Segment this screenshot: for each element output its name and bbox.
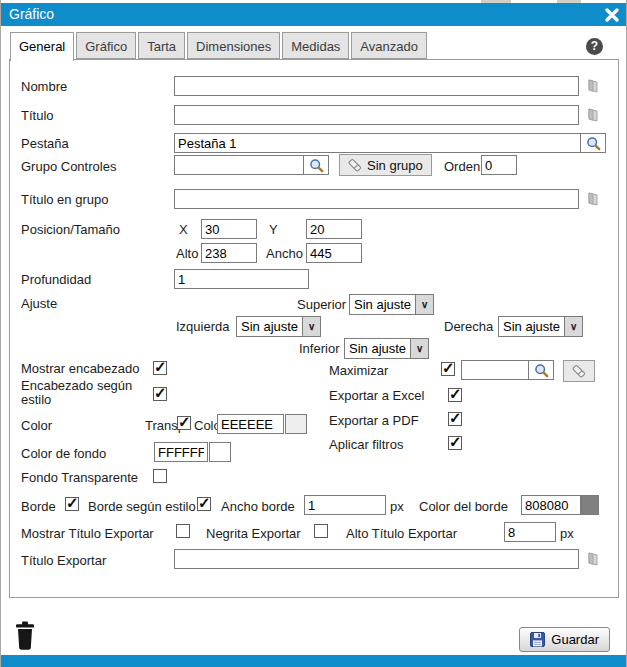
maximizar-clear-button[interactable]: [563, 360, 595, 382]
ancho-input[interactable]: [306, 243, 362, 263]
negrita-exportar-checkbox[interactable]: [314, 524, 328, 538]
color-fondo-input[interactable]: [154, 442, 208, 462]
mostrar-encabezado-checkbox[interactable]: [153, 361, 167, 375]
alto-titulo-exportar-input[interactable]: [504, 522, 556, 542]
ancho-borde-input[interactable]: [304, 495, 386, 515]
encabezado-estilo-label: Encabezado según estilo: [21, 379, 139, 407]
chevron-down-icon: ∨: [410, 339, 428, 358]
grupo-controles-search-icon[interactable]: [303, 156, 328, 174]
maximizar-label: Maximizar: [329, 363, 388, 378]
superior-label: Superior: [297, 297, 346, 312]
color-label: Color: [21, 418, 52, 433]
mostrar-titulo-exportar-checkbox[interactable]: [176, 524, 190, 538]
posicion-tamano-label: Posicion/Tamaño: [21, 222, 120, 237]
x-input[interactable]: [201, 219, 257, 239]
maximizar-search-icon[interactable]: [528, 361, 553, 379]
tab-dimensiones[interactable]: Dimensiones: [187, 32, 280, 59]
izquierda-select-value: Sin ajuste: [237, 319, 302, 334]
color-input[interactable]: [217, 414, 284, 434]
derecha-label: Derecha: [444, 319, 493, 334]
derecha-select-value: Sin ajuste: [499, 319, 564, 334]
izquierda-select[interactable]: Sin ajuste ∨: [236, 316, 321, 337]
grupo-controles-group: [174, 155, 329, 175]
ajuste-label: Ajuste: [21, 296, 57, 311]
color-fondo-label: Color de fondo: [21, 446, 106, 461]
borde-estilo-checkbox[interactable]: [197, 497, 211, 511]
chevron-down-icon: ∨: [302, 317, 320, 336]
guardar-button[interactable]: Guardar: [519, 627, 610, 652]
izquierda-label: Izquierda: [176, 319, 229, 334]
tab-tarta[interactable]: Tarta: [138, 32, 185, 59]
orden-input[interactable]: [481, 155, 517, 175]
color-borde-label: Color del borde: [419, 499, 508, 514]
fondo-transparente-checkbox[interactable]: [153, 469, 167, 483]
encabezado-estilo-checkbox[interactable]: [153, 387, 167, 401]
guardar-label: Guardar: [551, 632, 599, 647]
exportar-pdf-checkbox[interactable]: [448, 412, 462, 426]
inferior-select[interactable]: Sin ajuste ∨: [344, 338, 429, 359]
nombre-input[interactable]: [174, 76, 579, 96]
translate-book-icon[interactable]: [585, 107, 601, 123]
aplicar-filtros-checkbox[interactable]: [448, 436, 462, 450]
inferior-label: Inferior: [299, 341, 339, 356]
alto-titulo-exportar-label: Alto Título Exportar: [346, 526, 457, 541]
tab-bar: General Gráfico Tarta Dimensiones Medida…: [10, 32, 427, 61]
tab-grafico[interactable]: Gráfico: [76, 32, 136, 59]
titulo-exportar-input[interactable]: [174, 549, 579, 569]
pestana-input[interactable]: [175, 134, 580, 152]
tab-medidas[interactable]: Medidas: [282, 32, 349, 59]
grafico-dialog: Gráfico General Gráfico Tarta Dimensione…: [0, 0, 627, 667]
aplicar-filtros-label: Aplicar filtros: [329, 437, 403, 452]
sin-grupo-button[interactable]: Sin grupo: [339, 154, 432, 176]
ancho-label: Ancho: [266, 246, 303, 261]
superior-select[interactable]: Sin ajuste ∨: [349, 294, 434, 315]
titulo-en-grupo-input[interactable]: [174, 189, 579, 209]
derecha-select[interactable]: Sin ajuste ∨: [498, 316, 583, 337]
grupo-controles-input[interactable]: [175, 156, 303, 174]
dialog-title: Gráfico: [9, 6, 54, 22]
color-swatch[interactable]: [285, 414, 307, 434]
pestana-label: Pestaña: [21, 136, 69, 151]
maximizar-input[interactable]: [462, 361, 528, 379]
color-borde-input[interactable]: [521, 495, 581, 515]
profundidad-input[interactable]: [174, 269, 309, 289]
tab-general[interactable]: General: [10, 32, 74, 61]
mostrar-titulo-exportar-label: Mostrar Título Exportar: [21, 526, 154, 541]
translate-book-icon[interactable]: [585, 78, 601, 94]
translate-book-icon[interactable]: [585, 191, 601, 207]
exportar-excel-checkbox[interactable]: [448, 388, 462, 402]
maximizar-checkbox[interactable]: [441, 362, 455, 376]
ancho-borde-unit: px: [390, 499, 404, 514]
profundidad-label: Profundidad: [21, 272, 91, 287]
grupo-controles-label: Grupo Controles: [21, 159, 116, 174]
help-icon[interactable]: ?: [586, 38, 603, 55]
alto-input[interactable]: [201, 243, 257, 263]
color-fondo-swatch[interactable]: [209, 442, 231, 462]
superior-select-value: Sin ajuste: [350, 297, 415, 312]
titulo-exportar-label: Título Exportar: [21, 553, 106, 568]
pestana-search-icon[interactable]: [580, 134, 605, 152]
close-icon[interactable]: [603, 6, 621, 24]
nombre-label: Nombre: [21, 79, 67, 94]
delete-trash-icon[interactable]: [15, 621, 35, 650]
exportar-pdf-label: Exportar a PDF: [329, 413, 419, 428]
fondo-transparente-label: Fondo Transparente: [21, 470, 138, 485]
translate-book-icon[interactable]: [585, 551, 601, 567]
dialog-titlebar: Gráfico: [1, 3, 626, 26]
dialog-bottom-bar: [1, 655, 626, 667]
titulo-label: Título: [21, 108, 54, 123]
y-input[interactable]: [306, 219, 362, 239]
titulo-input[interactable]: [174, 105, 579, 125]
sin-grupo-label: Sin grupo: [367, 158, 423, 173]
borde-checkbox[interactable]: [65, 497, 79, 511]
search-icon: [586, 136, 601, 151]
search-icon: [534, 363, 549, 378]
color-borde-swatch[interactable]: [581, 495, 599, 515]
eraser-icon: [348, 158, 362, 172]
tab-avanzado[interactable]: Avanzado: [351, 32, 427, 59]
negrita-exportar-label: Negrita Exportar: [206, 526, 301, 541]
mostrar-encabezado-label: Mostrar encabezado: [21, 361, 140, 376]
transp-checkbox[interactable]: [177, 416, 191, 430]
maximizar-group: [461, 360, 554, 380]
titulo-en-grupo-label: Título en grupo: [21, 192, 108, 207]
